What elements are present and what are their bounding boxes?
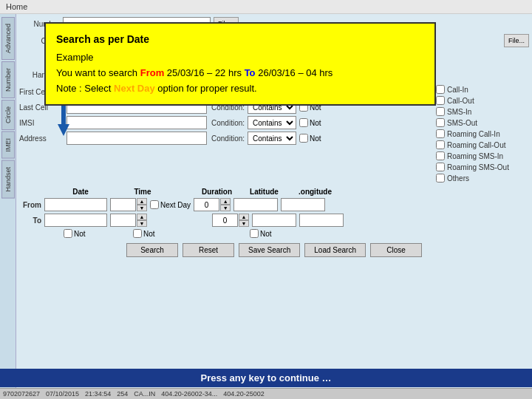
to-time-down[interactable]: ▼ bbox=[137, 220, 147, 227]
address-cond-select[interactable]: ContainsEquals bbox=[248, 132, 296, 145]
from-time-spinner: ▲ ▼ bbox=[110, 198, 147, 211]
roaming-call-out-cb[interactable] bbox=[436, 140, 445, 149]
not-row: Not Not Not bbox=[19, 229, 529, 238]
from-lat-input[interactable] bbox=[233, 198, 278, 211]
to-date-input[interactable] bbox=[44, 214, 107, 227]
tooltip-from-val: 25/03/16 – 22 hrs bbox=[164, 67, 244, 78]
to-duration-up[interactable]: ▲ bbox=[239, 214, 249, 220]
from-time-up[interactable]: ▲ bbox=[137, 198, 147, 205]
sidebar-tab-number[interactable]: Number bbox=[1, 61, 15, 98]
cond-text-3: Condition: bbox=[211, 119, 245, 127]
status-type: CA...IN bbox=[134, 390, 155, 398]
address-label: Address bbox=[19, 134, 64, 143]
sms-in-label: SMS-In bbox=[447, 108, 471, 116]
call-out-cb[interactable] bbox=[436, 96, 445, 105]
status-bar: 9702072627 07/10/2015 21:34:54 254 CA...… bbox=[0, 388, 532, 399]
others-cb[interactable] bbox=[436, 174, 445, 183]
title-bar: Home bbox=[0, 0, 532, 14]
imsi-cond-label: IMSI bbox=[19, 119, 64, 127]
to-time-input[interactable] bbox=[110, 214, 136, 227]
status-date: 07/10/2015 bbox=[46, 390, 79, 398]
sms-out-cb[interactable] bbox=[436, 118, 445, 127]
not-cb-3[interactable] bbox=[250, 229, 259, 238]
search-button[interactable]: Search bbox=[126, 243, 178, 257]
roaming-sms-out-label: Roaming SMS-Out bbox=[447, 163, 509, 171]
cond-text-4: Condition: bbox=[211, 134, 245, 143]
to-time-up[interactable]: ▲ bbox=[137, 214, 147, 220]
circle-file-btn[interactable]: File... bbox=[504, 34, 529, 47]
to-lon-input[interactable] bbox=[299, 214, 344, 227]
roaming-call-in-row: Roaming Call-In bbox=[436, 129, 529, 138]
tooltip-to-val: 26/03/16 – 04 hrs bbox=[256, 67, 333, 78]
tooltip-note-suf: option for proper result. bbox=[155, 83, 257, 94]
title-text: Home bbox=[6, 2, 27, 11]
roaming-call-in-cb[interactable] bbox=[436, 129, 445, 138]
tooltip-example-label: Example bbox=[56, 52, 94, 63]
others-label: Others bbox=[447, 174, 469, 183]
from-duration-input[interactable] bbox=[194, 198, 219, 211]
from-duration-up[interactable]: ▲ bbox=[220, 198, 231, 205]
imsi-not-cb[interactable] bbox=[299, 118, 308, 127]
roaming-call-in-label: Roaming Call-In bbox=[447, 130, 500, 138]
address-row: Address Condition: ContainsEquals Not bbox=[19, 132, 430, 145]
close-button[interactable]: Close bbox=[370, 243, 422, 257]
sms-out-label: SMS-Out bbox=[447, 119, 477, 127]
next-day-checkbox: Next Day bbox=[150, 200, 191, 209]
sidebar-tab-handset[interactable]: Handset bbox=[1, 160, 15, 199]
tooltip-from-kw: From bbox=[140, 67, 165, 78]
roaming-call-out-row: Roaming Call-Out bbox=[436, 140, 529, 149]
from-date-input[interactable] bbox=[44, 198, 107, 211]
address-input[interactable] bbox=[66, 132, 207, 145]
roaming-sms-in-cb[interactable] bbox=[436, 151, 445, 160]
not-cb-2[interactable] bbox=[133, 229, 142, 238]
to-row: To ▲ ▼ ▲ ▼ bbox=[19, 214, 529, 227]
sidebar-tab-circle[interactable]: Circle bbox=[1, 100, 15, 130]
to-duration-down[interactable]: ▼ bbox=[239, 220, 249, 227]
imsi-cond-select[interactable]: ContainsEquals bbox=[248, 116, 296, 129]
next-day-cb[interactable] bbox=[150, 200, 159, 209]
tooltip-note-pre: Note : Select bbox=[56, 83, 114, 94]
call-out-label: Call-Out bbox=[447, 97, 474, 105]
reset-button[interactable]: Reset bbox=[183, 243, 234, 257]
roaming-call-out-label: Roaming Call-Out bbox=[447, 141, 505, 149]
from-time-input[interactable] bbox=[110, 198, 136, 211]
to-time-spinner: ▲ ▼ bbox=[110, 214, 147, 227]
datetime-section: Date Time Duration Latitude .ongitude Fr… bbox=[19, 188, 529, 238]
from-time-down[interactable]: ▼ bbox=[137, 205, 147, 211]
address-not-cb[interactable] bbox=[299, 134, 308, 143]
not-item-1: Not bbox=[64, 229, 130, 238]
date-header: Date bbox=[47, 188, 114, 196]
from-label: From bbox=[19, 201, 41, 209]
load-search-button[interactable]: Load Search bbox=[304, 243, 366, 257]
from-duration-down[interactable]: ▼ bbox=[220, 205, 231, 211]
to-lat-input[interactable] bbox=[252, 214, 296, 227]
status-count: 254 bbox=[117, 390, 128, 398]
save-search-button[interactable]: Save Search bbox=[239, 243, 300, 257]
roaming-sms-out-row: Roaming SMS-Out bbox=[436, 163, 529, 171]
right-checkboxes: Call-In Call-Out SMS-In SMS-Out Roaming … bbox=[433, 85, 529, 183]
from-lon-input[interactable] bbox=[281, 198, 325, 211]
roaming-sms-in-label: Roaming SMS-In bbox=[447, 152, 503, 160]
to-duration-input[interactable] bbox=[212, 214, 238, 227]
sidebar: Advanced Number Circle IMEI Handset bbox=[0, 14, 16, 398]
not-cb-1[interactable] bbox=[64, 229, 72, 238]
tooltip-next-day: Next Day bbox=[114, 83, 155, 94]
not-item-3: Not bbox=[250, 229, 316, 238]
sidebar-tab-advanced[interactable]: Advanced bbox=[1, 17, 15, 60]
button-row: Search Reset Save Search Load Search Clo… bbox=[19, 243, 529, 257]
sms-in-cb[interactable] bbox=[436, 107, 445, 116]
latitude-header: Latitude bbox=[240, 188, 288, 196]
time-header: Time bbox=[117, 188, 168, 196]
call-in-cb[interactable] bbox=[436, 85, 445, 94]
sms-in-row: SMS-In bbox=[436, 107, 529, 116]
tooltip-overlay: Search as per Date Example You want to s… bbox=[44, 22, 436, 106]
tooltip-text-pre: You want to search bbox=[56, 67, 140, 78]
sidebar-tab-imei[interactable]: IMEI bbox=[1, 132, 15, 159]
roaming-sms-in-row: Roaming SMS-In bbox=[436, 151, 529, 160]
imsi-not: Not bbox=[299, 118, 321, 127]
roaming-sms-out-cb[interactable] bbox=[436, 163, 445, 171]
imsi-cond-input[interactable] bbox=[66, 116, 207, 129]
duration-header: Duration bbox=[197, 188, 237, 196]
from-duration-spinner: ▲ ▼ bbox=[194, 198, 231, 211]
tooltip-to-kw: To bbox=[245, 67, 256, 78]
